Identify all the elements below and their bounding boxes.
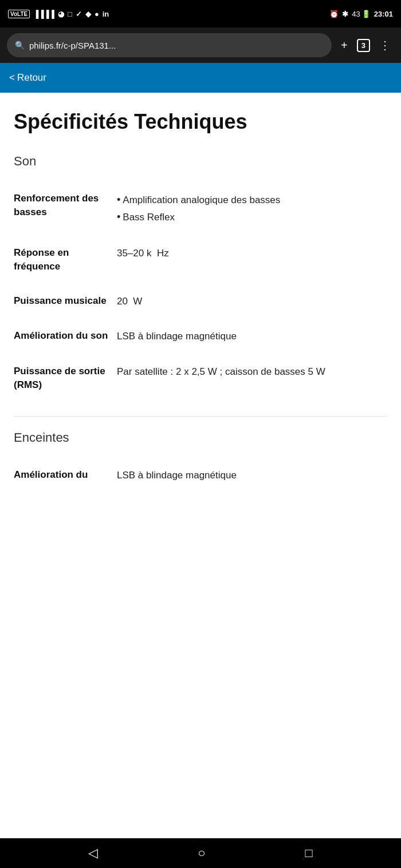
battery-indicator: 43 🔋 xyxy=(352,10,370,18)
status-bar: VoLTE ▐▐▐▐ ◕ □ ✓ ◆ ● in ⏰ ✱ 43 🔋 23:01 xyxy=(0,0,401,27)
list-item: Bass Reflex xyxy=(117,209,387,226)
page-title: Spécificités Techniques xyxy=(14,110,387,133)
browser-bar: 🔍 philips.fr/c-p/SPA131... + 3 ⋮ xyxy=(0,27,401,63)
lock-icon: 🔍 xyxy=(15,41,25,50)
menu-button[interactable]: ⋮ xyxy=(376,35,394,56)
spec-row-puissance-sortie: Puissance de sortie (RMS) Par satellite … xyxy=(14,354,387,402)
signal-icon: ▐▐▐▐ xyxy=(33,10,54,18)
spec-value-puissance-sortie: Par satellite : 2 x 2,5 W ; caisson de b… xyxy=(117,364,387,379)
navigation-bar: < Retour xyxy=(0,63,401,93)
spec-value-puissance-musicale: 20 W xyxy=(117,294,387,309)
spec-key-reponse: Réponse en fréquence xyxy=(14,246,117,274)
alarm-icon: ⏰ xyxy=(329,10,339,18)
spec-row-amelioration-son: Amélioration du son LSB à blindage magné… xyxy=(14,319,387,354)
volte-indicator: VoLTE xyxy=(8,10,30,18)
status-bar-left: VoLTE ▐▐▐▐ ◕ □ ✓ ◆ ● in xyxy=(8,10,109,18)
bsafe-icon: ◆ xyxy=(85,10,91,18)
spec-value-reponse: 35–20 k Hz xyxy=(117,246,387,261)
bluetooth-icon: ✱ xyxy=(342,10,348,18)
status-bar-right: ⏰ ✱ 43 🔋 23:01 xyxy=(329,10,393,18)
android-home-button[interactable]: ○ xyxy=(186,841,217,865)
spec-value-amelioration-enceintes: LSB à blindage magnétique xyxy=(117,468,387,483)
section-enceintes-label: Enceintes xyxy=(14,430,387,445)
spec-key-puissance-musicale: Puissance musicale xyxy=(14,294,117,308)
spec-value-renforcement: Amplification analogique des basses Bass… xyxy=(117,192,387,225)
wifi-icon: ◕ xyxy=(58,10,64,18)
messenger-icon: ● xyxy=(95,10,99,18)
spec-key-renforcement: Renforcement des basses xyxy=(14,192,117,219)
url-bar[interactable]: 🔍 philips.fr/c-p/SPA131... xyxy=(7,33,332,57)
spec-row-puissance-musicale: Puissance musicale 20 W xyxy=(14,284,387,319)
section-son-label: Son xyxy=(14,154,387,169)
spec-key-puissance-sortie: Puissance de sortie (RMS) xyxy=(14,364,117,392)
instagram-icon: □ xyxy=(68,10,72,18)
back-chevron-icon: < xyxy=(9,72,15,84)
renforcement-list: Amplification analogique des basses Bass… xyxy=(117,192,387,225)
list-item: Amplification analogique des basses xyxy=(117,192,387,209)
section-divider xyxy=(14,416,387,417)
android-back-button[interactable]: ◁ xyxy=(77,841,109,865)
url-text: philips.fr/c-p/SPA131... xyxy=(29,41,324,50)
android-recent-button[interactable]: □ xyxy=(294,841,324,865)
spec-row-amelioration-enceintes: Amélioration du LSB à blindage magnétiqu… xyxy=(14,458,387,493)
spec-value-amelioration-son: LSB à blindage magnétique xyxy=(117,329,387,344)
back-button[interactable]: < Retour xyxy=(9,72,46,84)
spec-row-reponse: Réponse en fréquence 35–20 k Hz xyxy=(14,236,387,284)
new-tab-button[interactable]: + xyxy=(337,35,351,56)
tab-count-badge[interactable]: 3 xyxy=(357,39,370,52)
android-nav-bar: ◁ ○ □ xyxy=(0,838,401,868)
back-label: Retour xyxy=(17,72,46,84)
section-enceintes: Enceintes Amélioration du LSB à blindage… xyxy=(14,430,387,493)
time-display: 23:01 xyxy=(374,10,393,18)
spec-key-amelioration-enceintes: Amélioration du xyxy=(14,468,117,482)
linkedin-icon: in xyxy=(103,10,109,18)
spec-key-amelioration-son: Amélioration du son xyxy=(14,329,117,343)
spec-row-renforcement: Renforcement des basses Amplification an… xyxy=(14,181,387,236)
section-son: Son Renforcement des basses Amplificatio… xyxy=(14,154,387,402)
check-icon: ✓ xyxy=(76,10,82,18)
main-content: Spécificités Techniques Son Renforcement… xyxy=(0,93,401,838)
